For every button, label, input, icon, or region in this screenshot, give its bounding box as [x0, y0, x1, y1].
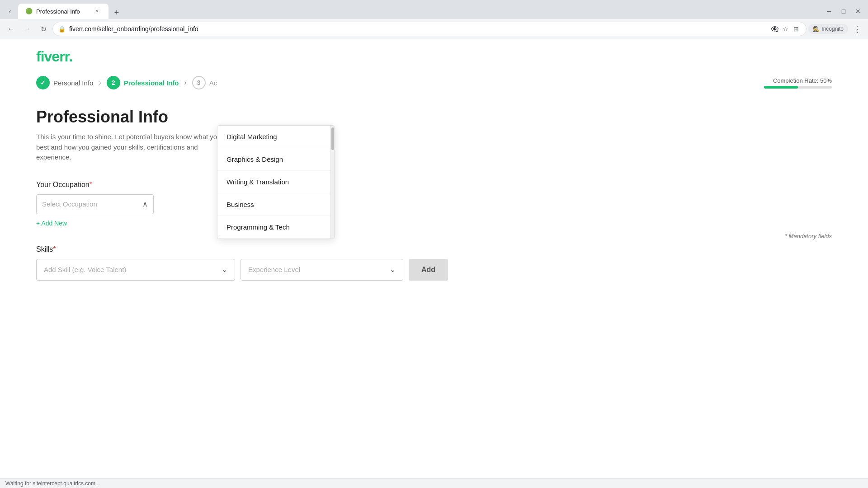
dropdown-item-writing-translation[interactable]: Writing & Translation	[217, 171, 334, 193]
layout-icon[interactable]: ⊞	[792, 24, 801, 33]
dropdown-item-programming-tech[interactable]: Programming & Tech	[217, 216, 334, 239]
occupation-select[interactable]: Select Occupation ∧	[36, 194, 154, 214]
dropdown-menu: Digital Marketing Graphics & Design Writ…	[217, 125, 335, 239]
occupation-section: Your Occupation* Select Occupation ∧ + A…	[36, 181, 832, 227]
dropdown-container: Digital Marketing Graphics & Design Writ…	[217, 125, 335, 239]
skill-placeholder: Add Skill (e.g. Voice Talent)	[44, 266, 126, 273]
skill-select[interactable]: Add Skill (e.g. Voice Talent) ⌄	[36, 259, 235, 281]
skills-row: Add Skill (e.g. Voice Talent) ⌄ Experien…	[36, 259, 832, 281]
occupation-left: Your Occupation* Select Occupation ∧ + A…	[36, 181, 154, 227]
status-bar: Waiting for siteintercept.qualtrics.com.…	[0, 478, 868, 488]
dropdown-scroll-wrapper: Digital Marketing Graphics & Design Writ…	[217, 126, 334, 239]
skill-select-arrow: ⌄	[222, 265, 227, 274]
tab-title: Professional Info	[36, 8, 90, 15]
skills-required: *	[53, 245, 56, 253]
occupation-label: Your Occupation*	[36, 181, 154, 189]
experience-select-arrow: ⌄	[390, 265, 396, 274]
active-tab[interactable]: 🟢 Professional Info ×	[18, 4, 108, 19]
page-heading: Professional Info	[36, 108, 832, 127]
logo-dot: .	[69, 48, 72, 65]
forward-btn[interactable]: →	[20, 22, 34, 36]
browser-menu-btn[interactable]: ⋮	[850, 22, 864, 36]
tab-back-btn[interactable]: ‹	[4, 5, 16, 18]
logo: fiverr.	[36, 48, 832, 65]
dropdown-item-digital-marketing[interactable]: Digital Marketing	[217, 126, 334, 148]
bookmark-icon[interactable]: ☆	[781, 24, 790, 33]
tab-favicon: 🟢	[25, 8, 33, 15]
address-bar[interactable]: 🔒 fiverr.com/seller_onboarding/professio…	[52, 22, 807, 36]
restore-btn[interactable]: □	[837, 5, 850, 18]
address-icons: 👁‍🗨 ☆ ⊞	[770, 24, 801, 33]
skills-section: Skills* Add Skill (e.g. Voice Talent) ⌄ …	[36, 245, 832, 281]
back-btn[interactable]: ←	[4, 22, 18, 36]
tab-bar: ‹ 🟢 Professional Info × + ─ □ ✕	[0, 0, 868, 19]
add-skill-btn[interactable]: Add	[409, 259, 448, 281]
step-3-circle: 3	[192, 76, 206, 89]
step-1-circle: ✓	[36, 76, 50, 89]
page-description: This is your time to shine. Let potentia…	[36, 132, 226, 163]
incognito-badge: 🕵 Incognito	[808, 24, 848, 34]
scrollbar-track	[330, 126, 334, 239]
skills-label: Skills*	[36, 245, 832, 253]
tabs-container: 🟢 Professional Info × +	[18, 4, 823, 19]
step-account: 3 Ac	[192, 76, 217, 89]
status-text: Waiting for siteintercept.qualtrics.com.…	[5, 480, 100, 487]
lock-icon: 🔒	[58, 26, 66, 33]
close-window-btn[interactable]: ✕	[852, 5, 864, 18]
new-tab-btn[interactable]: +	[110, 6, 123, 19]
occupation-required: *	[90, 181, 92, 188]
minimize-btn[interactable]: ─	[823, 5, 835, 18]
completion-bar	[764, 86, 832, 89]
browser-chrome: ‹ 🟢 Professional Info × + ─ □ ✕ ← → ↻ 🔒 …	[0, 0, 868, 39]
page-content: fiverr. ✓ Personal Info › 2 Professional…	[0, 39, 868, 290]
step-2-label: Professional Info	[124, 79, 179, 87]
completion-rate-container: Completion Rate: 50%	[764, 77, 832, 89]
dropdown-item-business[interactable]: Business	[217, 193, 334, 216]
mandatory-note: * Mandatory fields	[785, 233, 832, 239]
completion-fill	[764, 86, 798, 89]
address-bar-row: ← → ↻ 🔒 fiverr.com/seller_onboarding/pro…	[0, 19, 868, 39]
dropdown-scroll-area[interactable]: Digital Marketing Graphics & Design Writ…	[217, 126, 334, 239]
step-1-label: Personal Info	[53, 79, 93, 87]
tab-close-btn[interactable]: ×	[93, 7, 101, 15]
incognito-label: Incognito	[821, 26, 844, 32]
completion-rate-label: Completion Rate: 50%	[764, 77, 832, 84]
logo-text: fiverr	[36, 48, 69, 65]
scrollbar-thumb	[331, 127, 334, 150]
step-3-label: Ac	[209, 79, 217, 87]
step-2-circle: 2	[107, 76, 120, 89]
refresh-btn[interactable]: ↻	[36, 22, 51, 36]
experience-placeholder: Experience Level	[248, 266, 300, 273]
step-arrow-2: ›	[184, 79, 186, 87]
step-personal-info: ✓ Personal Info	[36, 76, 93, 89]
step-arrow-1: ›	[99, 79, 101, 87]
occupation-placeholder: Select Occupation	[42, 200, 97, 208]
dropdown-item-graphics-design[interactable]: Graphics & Design	[217, 148, 334, 171]
step-professional-info: 2 Professional Info	[107, 76, 179, 89]
incognito-icon: 🕵	[813, 26, 820, 32]
address-text: fiverr.com/seller_onboarding/professiona…	[69, 25, 766, 33]
occupation-select-arrow: ∧	[142, 200, 148, 208]
eye-off-icon[interactable]: 👁‍🗨	[770, 24, 779, 33]
add-new-btn[interactable]: + Add New	[36, 220, 67, 227]
experience-select[interactable]: Experience Level ⌄	[241, 259, 403, 281]
stepper: ✓ Personal Info › 2 Professional Info › …	[36, 76, 832, 89]
